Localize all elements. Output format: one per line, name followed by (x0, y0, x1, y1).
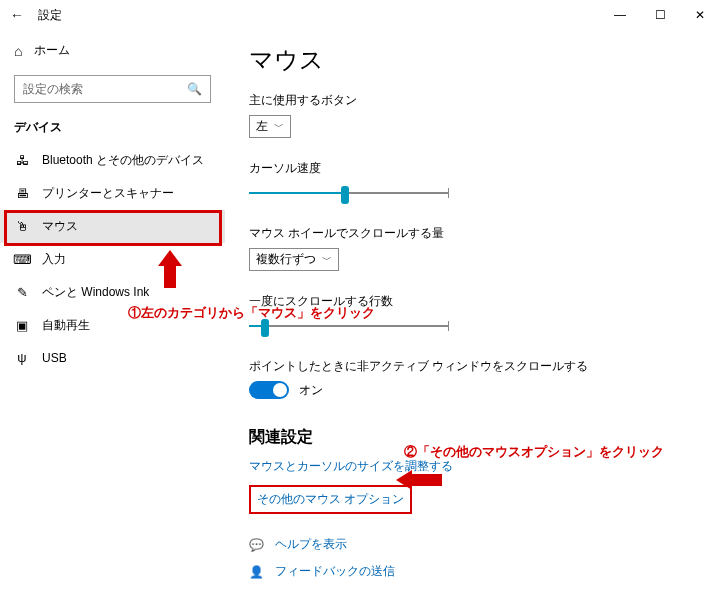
annotation-box-2: その他のマウス オプション (249, 485, 412, 514)
sidebar-item-label: Bluetooth とその他のデバイス (42, 152, 204, 169)
annotation-arrow-2 (396, 470, 442, 490)
sidebar-item-label: 入力 (42, 251, 66, 268)
page-title: マウス (249, 44, 696, 76)
keyboard-icon: ⌨ (14, 252, 30, 267)
usb-icon: ψ (14, 350, 30, 365)
sidebar-item-label: プリンターとスキャナー (42, 185, 174, 202)
autoplay-icon: ▣ (14, 318, 30, 333)
maximize-button[interactable]: ☐ (640, 0, 680, 30)
chevron-down-icon: ﹀ (274, 120, 284, 134)
sidebar-item-mouse[interactable]: 🖱 マウス (0, 210, 225, 243)
sidebar-item-label: USB (42, 351, 67, 365)
feedback-icon: 👤 (249, 565, 265, 579)
search-placeholder: 設定の検索 (23, 81, 83, 98)
annotation-text-1: ①左のカテゴリから「マウス」をクリック (128, 304, 375, 322)
window-title: 設定 (38, 7, 62, 24)
wheel-scroll-select[interactable]: 複数行ずつ ﹀ (249, 248, 339, 271)
annotation-text-2: ②「その他のマウスオプション」をクリック (404, 443, 664, 461)
sidebar-item-label: ペンと Windows Ink (42, 284, 149, 301)
chevron-down-icon: ﹀ (322, 253, 332, 267)
annotation-arrow-1 (158, 250, 182, 288)
sidebar-group-title: デバイス (0, 115, 225, 144)
link-other-mouse-options[interactable]: その他のマウス オプション (257, 491, 404, 508)
back-icon[interactable]: ← (10, 7, 30, 23)
close-button[interactable]: ✕ (680, 0, 720, 30)
titlebar: ← 設定 — ☐ ✕ (0, 0, 720, 30)
primary-button-label: 主に使用するボタン (249, 92, 696, 109)
sidebar-item-label: 自動再生 (42, 317, 90, 334)
wheel-scroll-label: マウス ホイールでスクロールする量 (249, 225, 696, 242)
primary-button-value: 左 (256, 118, 268, 135)
feedback-link[interactable]: 👤 フィードバックの送信 (249, 563, 696, 580)
pen-icon: ✎ (14, 285, 30, 300)
nav-home[interactable]: ⌂ ホーム (0, 36, 225, 65)
wheel-scroll-value: 複数行ずつ (256, 251, 316, 268)
search-icon: 🔍 (187, 82, 202, 96)
primary-button-select[interactable]: 左 ﹀ (249, 115, 291, 138)
mouse-icon: 🖱 (14, 219, 30, 234)
inactive-scroll-label: ポイントしたときに非アクティブ ウィンドウをスクロールする (249, 358, 696, 375)
sidebar-item-label: マウス (42, 218, 78, 235)
printer-icon: 🖶 (14, 186, 30, 201)
search-input[interactable]: 設定の検索 🔍 (14, 75, 211, 103)
minimize-button[interactable]: — (600, 0, 640, 30)
sidebar-item-usb[interactable]: ψ USB (0, 342, 225, 373)
cursor-speed-label: カーソル速度 (249, 160, 696, 177)
help-link[interactable]: 💬 ヘルプを表示 (249, 536, 696, 553)
sidebar-item-typing[interactable]: ⌨ 入力 (0, 243, 225, 276)
help-icon: 💬 (249, 538, 265, 552)
home-icon: ⌂ (14, 43, 22, 59)
inactive-scroll-state: オン (299, 382, 323, 399)
inactive-scroll-toggle[interactable] (249, 381, 289, 399)
sidebar-item-printers[interactable]: 🖶 プリンターとスキャナー (0, 177, 225, 210)
cursor-speed-slider[interactable] (249, 183, 449, 203)
sidebar-item-bluetooth[interactable]: 🖧 Bluetooth とその他のデバイス (0, 144, 225, 177)
bluetooth-icon: 🖧 (14, 153, 30, 168)
nav-home-label: ホーム (34, 42, 70, 59)
